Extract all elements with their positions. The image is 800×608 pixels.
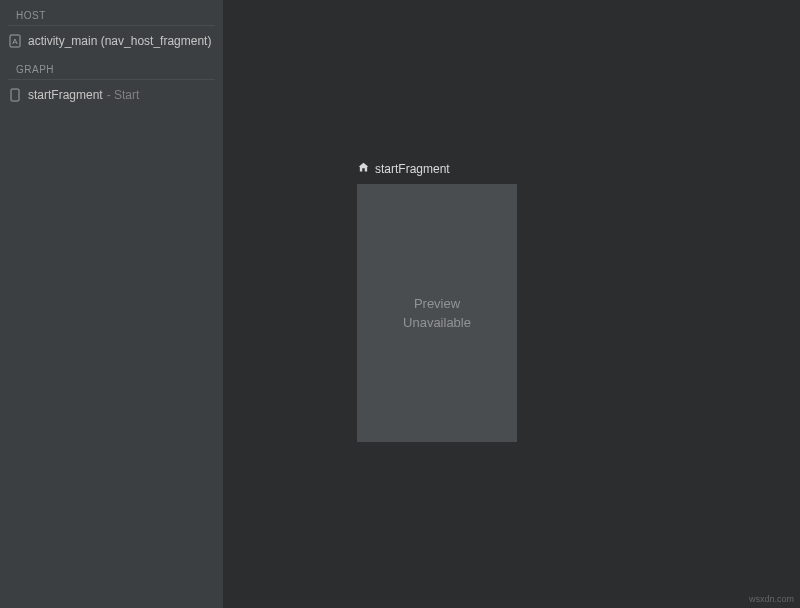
host-item[interactable]: A activity_main (nav_host_fragment) xyxy=(0,30,223,52)
graph-item-label: startFragment xyxy=(28,88,103,102)
home-icon xyxy=(357,160,370,178)
host-section-header: HOST xyxy=(8,6,215,26)
nav-canvas[interactable]: startFragment Preview Unavailable wsxdn.… xyxy=(224,0,800,608)
fragment-node[interactable]: startFragment Preview Unavailable xyxy=(357,160,517,442)
preview-text-line1: Preview xyxy=(414,294,460,314)
svg-text:A: A xyxy=(12,37,18,46)
fragment-icon xyxy=(8,88,22,102)
fragment-title: startFragment xyxy=(375,162,450,176)
activity-icon: A xyxy=(8,34,22,48)
fragment-preview[interactable]: Preview Unavailable xyxy=(357,184,517,442)
preview-text-line2: Unavailable xyxy=(403,313,471,333)
watermark: wsxdn.com xyxy=(749,594,794,604)
sidebar: HOST A activity_main (nav_host_fragment)… xyxy=(0,0,224,608)
fragment-header: startFragment xyxy=(357,160,517,178)
host-item-label: activity_main (nav_host_fragment) xyxy=(28,34,211,48)
graph-section-header: GRAPH xyxy=(8,60,215,80)
svg-rect-2 xyxy=(11,89,19,101)
graph-item[interactable]: startFragment - Start xyxy=(0,84,223,106)
graph-item-suffix: - Start xyxy=(107,88,140,102)
